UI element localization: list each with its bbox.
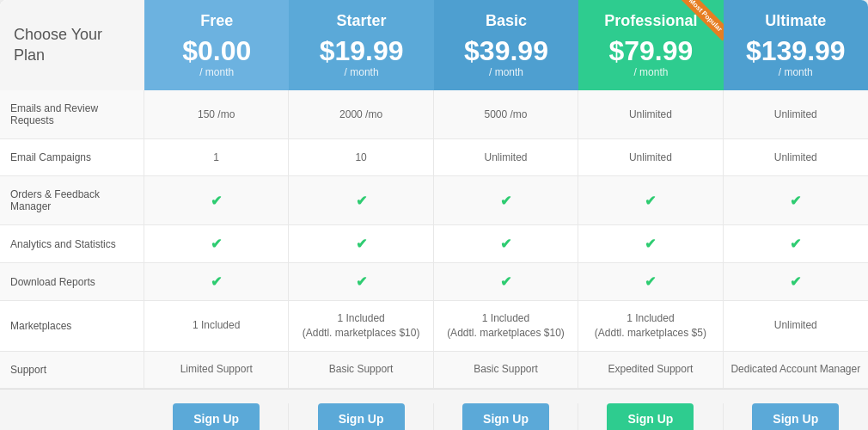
feature-cell-1-1: 10	[289, 139, 433, 175]
checkmark-icon: ✔	[645, 236, 656, 252]
checkmark-icon: ✔	[790, 273, 801, 290]
feature-label-6: Support	[0, 352, 144, 388]
feature-cell-5-0: 1 Included	[144, 301, 289, 351]
feature-cell-3-2: ✔	[434, 225, 578, 262]
checkmark-icon: ✔	[211, 236, 222, 252]
feature-cell-0-2: 5000 /mo	[434, 90, 578, 138]
signup-cell-starter: Sign Up	[289, 403, 433, 430]
checkmark-icon: ✔	[356, 193, 367, 209]
feature-label-0: Emails and Review Requests	[0, 90, 144, 138]
plan-header-free: Free $0.00 / month	[144, 0, 289, 90]
checkmark-icon: ✔	[500, 236, 511, 252]
feature-row: Download Reports✔✔✔✔✔	[0, 263, 868, 301]
checkmark-icon: ✔	[211, 273, 222, 290]
signup-spacer	[0, 403, 144, 430]
checkmark-icon: ✔	[211, 193, 222, 209]
feature-cell-4-2: ✔	[434, 263, 578, 300]
feature-cell-6-4: Dedicated Account Manager	[724, 352, 868, 388]
signup-button-free[interactable]: Sign Up	[173, 403, 260, 430]
feature-label-3: Analytics and Statistics	[0, 225, 144, 262]
feature-cell-0-4: Unlimited	[724, 90, 868, 138]
signup-cell-professional: Sign Up	[578, 403, 723, 430]
plan-price-free: $0.00	[182, 37, 251, 64]
plan-price-basic: $39.99	[464, 37, 548, 64]
checkmark-icon: ✔	[500, 273, 511, 290]
plan-name-starter: Starter	[337, 12, 387, 30]
feature-cell-3-1: ✔	[289, 225, 433, 262]
plan-header-basic: Basic $39.99 / month	[434, 0, 578, 90]
feature-cell-3-4: ✔	[724, 225, 868, 262]
plan-name-ultimate: Ultimate	[765, 12, 826, 30]
signup-button-ultimate[interactable]: Sign Up	[752, 403, 839, 430]
feature-label-4: Download Reports	[0, 263, 144, 300]
feature-cell-6-3: Expedited Support	[578, 352, 723, 388]
feature-cell-5-4: Unlimited	[724, 301, 868, 351]
feature-cell-4-4: ✔	[724, 263, 868, 300]
feature-label-1: Email Campaigns	[0, 139, 144, 175]
plan-period-professional: / month	[633, 66, 668, 78]
feature-cell-4-0: ✔	[144, 263, 289, 300]
feature-label-5: Marketplaces	[0, 301, 144, 351]
feature-cell-2-2: ✔	[434, 176, 578, 224]
feature-cell-5-1: 1 Included (Addtl. marketplaces $10)	[289, 301, 433, 351]
feature-cell-4-1: ✔	[289, 263, 433, 300]
checkmark-icon: ✔	[645, 193, 656, 209]
signup-button-starter[interactable]: Sign Up	[318, 403, 405, 430]
signup-cell-free: Sign Up	[144, 403, 289, 430]
feature-cell-4-3: ✔	[578, 263, 723, 300]
feature-cell-1-2: Unlimited	[434, 139, 578, 175]
feature-cell-2-3: ✔	[578, 176, 723, 224]
feature-row: SupportLimited SupportBasic SupportBasic…	[0, 352, 868, 389]
plan-period-free: / month	[199, 66, 234, 78]
checkmark-icon: ✔	[356, 273, 367, 290]
pricing-table: Choose Your Plan Free $0.00 / month Star…	[0, 0, 868, 430]
plan-header-professional: Most Popular Professional $79.99 / month	[578, 0, 723, 90]
choose-plan-label: Choose Your Plan	[0, 0, 144, 90]
feature-cell-6-2: Basic Support	[434, 352, 578, 388]
signup-button-basic[interactable]: Sign Up	[462, 403, 549, 430]
feature-cell-6-1: Basic Support	[289, 352, 433, 388]
feature-row: Orders & Feedback Manager✔✔✔✔✔	[0, 176, 868, 225]
feature-label-2: Orders & Feedback Manager	[0, 176, 144, 224]
plan-price-ultimate: $139.99	[746, 37, 846, 64]
feature-cell-1-3: Unlimited	[578, 139, 723, 175]
feature-rows: Emails and Review Requests150 /mo2000 /m…	[0, 90, 868, 389]
most-popular-badge: Most Popular	[680, 0, 724, 41]
feature-cell-0-1: 2000 /mo	[289, 90, 433, 138]
signup-cell-ultimate: Sign Up	[724, 403, 868, 430]
checkmark-icon: ✔	[790, 236, 801, 252]
feature-cell-2-4: ✔	[724, 176, 868, 224]
feature-row: Marketplaces1 Included1 Included (Addtl.…	[0, 301, 868, 352]
checkmark-icon: ✔	[790, 193, 801, 209]
signup-row: Sign UpSign UpSign UpSign UpSign Up	[0, 389, 868, 430]
feature-cell-3-3: ✔	[578, 225, 723, 262]
plan-header-ultimate: Ultimate $139.99 / month	[724, 0, 868, 90]
signup-button-professional[interactable]: Sign Up	[607, 403, 694, 430]
plan-period-starter: / month	[345, 66, 379, 78]
feature-row: Email Campaigns110UnlimitedUnlimitedUnli…	[0, 139, 868, 176]
plan-name-basic: Basic	[486, 12, 527, 30]
plan-price-starter: $19.99	[320, 37, 404, 64]
plan-period-basic: / month	[489, 66, 523, 78]
feature-row: Emails and Review Requests150 /mo2000 /m…	[0, 90, 868, 139]
feature-row: Analytics and Statistics✔✔✔✔✔	[0, 225, 868, 263]
feature-cell-1-4: Unlimited	[724, 139, 868, 175]
plan-header-starter: Starter $19.99 / month	[289, 0, 433, 90]
checkmark-icon: ✔	[500, 193, 511, 209]
checkmark-icon: ✔	[356, 236, 367, 252]
feature-cell-2-0: ✔	[144, 176, 289, 224]
checkmark-icon: ✔	[645, 273, 656, 290]
feature-cell-5-2: 1 Included (Addtl. marketplaces $10)	[434, 301, 578, 351]
feature-cell-3-0: ✔	[144, 225, 289, 262]
feature-cell-0-3: Unlimited	[578, 90, 723, 138]
header-row: Choose Your Plan Free $0.00 / month Star…	[0, 0, 868, 90]
feature-cell-6-0: Limited Support	[144, 352, 289, 388]
signup-cell-basic: Sign Up	[434, 403, 578, 430]
feature-cell-5-3: 1 Included (Addtl. marketplaces $5)	[578, 301, 723, 351]
most-popular-ribbon: Most Popular	[669, 0, 724, 55]
plan-period-ultimate: / month	[779, 66, 813, 78]
feature-cell-0-0: 150 /mo	[144, 90, 289, 138]
feature-cell-1-0: 1	[144, 139, 289, 175]
feature-cell-2-1: ✔	[289, 176, 433, 224]
plan-name-free: Free	[200, 12, 233, 30]
